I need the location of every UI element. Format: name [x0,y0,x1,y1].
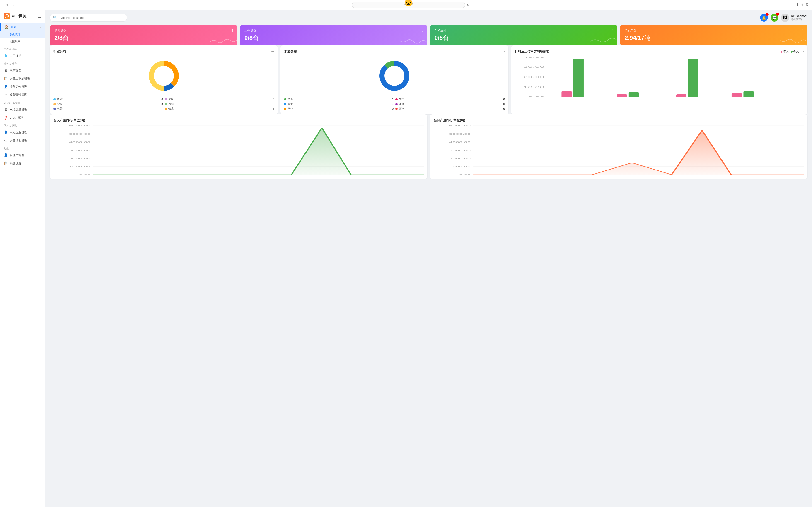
sidebar-item-admin[interactable]: 👤 管理员管理 › [0,151,45,159]
industry-chart-card: 行业分布 ··· [50,46,278,114]
legend-hospital: 医院 0 [53,97,163,101]
sidebar-item-device-online[interactable]: 📋 设备上下线管理 › [0,74,45,82]
app-container: ⊞ ‹ › 🐱 ↻ ⬆ + ⧉ PLC网关 ☰ � [0,0,812,507]
svg-text:40.00: 40.00 [523,57,545,58]
sidebar-sub-item-data-stats[interactable]: 数据统计 [0,31,45,38]
user-role: 超级管理员 [791,18,807,21]
site-label: 设备场地管理 [9,138,27,143]
chat-btn[interactable]: 💬 8 [770,14,778,21]
svg-rect-23 [688,59,699,97]
user-profile[interactable]: 🖼 nYuserRoot 超级管理员 [781,13,807,22]
top-action-bar: 🔍 🔔 1 💬 8 🖼 nYuserRoot [50,13,807,22]
sidebar-toggle-btn[interactable]: ⊞ [4,2,10,8]
device-online-arrow: › [41,77,42,80]
svg-text:1000.00: 1000.00 [449,165,471,168]
sidebar-item-site[interactable]: 🏷 设备场地管理 › [0,136,45,145]
device-locate-arrow: › [41,85,42,88]
browser-right: ⬆ + ⧉ [796,2,808,7]
sidebar-sub-item-map[interactable]: 地图展示 [0,38,45,45]
new-tab-btn[interactable]: + [801,2,804,7]
sidebar-menu-btn[interactable]: ☰ [38,14,42,19]
legend-office: 机关 1 [53,107,163,111]
stat-card-pack: 装机产能 2.94/17吨 ↑ [620,25,807,46]
bell-btn[interactable]: 🔔 1 [760,14,768,21]
site-arrow: › [41,139,42,142]
industry-more-btn[interactable]: ··· [271,49,274,54]
sidebar-item-crash[interactable]: ❓ Crash管理 › [0,114,45,122]
sys-label: 系统设置 [9,161,21,165]
sidebar-item-network-flow[interactable]: ⊞ 网络流量管理 › [0,106,45,114]
user-name: nYuserRoot [791,14,807,18]
party-arrow: › [41,131,42,134]
svg-rect-22 [676,94,687,98]
production-label: 生产订单 [9,54,21,58]
device-debug-icon: ⚠ [4,93,8,97]
legend-prison: 监狱 0 [165,102,274,106]
svg-rect-18 [562,91,572,97]
svg-point-0 [5,14,9,18]
network-flow-arrow: › [41,108,42,111]
user-avatar: 🖼 [781,13,789,22]
daily-chart-svg: 6000.00 5000.00 4000.00 3000.00 2000.00 … [53,125,424,175]
sidebar-item-party[interactable]: 👤 甲方企业管理 › [0,128,45,136]
bar-legend-yesterday: 昨天 [780,50,789,53]
svg-text:20.00: 20.00 [523,75,545,78]
network-flow-label: 网络流量管理 [9,108,27,112]
search-input[interactable] [59,16,124,19]
svg-rect-21 [629,92,639,98]
svg-text:4000.00: 4000.00 [449,141,471,143]
stat-card-work: 工作设备 0/8台 ↓ [240,25,427,46]
share-btn[interactable]: ⬆ [796,2,799,7]
sidebar-item-production[interactable]: 💧 生产订单 › [0,52,45,60]
bar-legend: 昨天 今天 [780,50,799,53]
network-flow-icon: ⊞ [4,108,8,112]
svg-rect-24 [731,93,742,97]
admin-arrow: › [41,154,42,157]
svg-text:5000.00: 5000.00 [69,133,91,135]
tabs-btn[interactable]: ⧉ [806,2,808,7]
region-more-btn[interactable]: ··· [501,49,505,54]
sidebar-item-home[interactable]: 🏠 首页 ∨ [0,23,45,31]
forward-btn[interactable]: › [16,2,21,8]
bar-more-btn[interactable]: ··· [801,49,804,54]
sidebar-item-device-debug[interactable]: ⚠ 设备调试管理 › [0,91,45,99]
bar-legend-today: 今天 [791,50,799,53]
region-chart-title: 地域分布 ··· [284,49,505,54]
svg-text:2000.00: 2000.00 [69,157,91,160]
sidebar-item-gateway[interactable]: ⊞ 网关管理 › [0,66,45,74]
region-donut [284,57,505,95]
svg-rect-25 [744,91,754,97]
svg-text:4000.00: 4000.00 [69,141,91,143]
sidebar-logo [4,13,10,19]
work-title: 工作设备 [245,29,423,33]
back-btn[interactable]: ‹ [11,2,16,8]
section-label-party: 甲方 & 场地 [0,122,45,128]
site-icon: 🏷 [4,139,8,143]
sidebar-title: PLC网关 [12,14,26,19]
plc-value: 0/8台 [435,34,613,42]
admin-label: 管理员管理 [9,153,24,157]
monthly-more-btn[interactable]: ··· [801,118,804,123]
daily-more-btn[interactable]: ··· [420,118,424,123]
production-arrow: › [41,54,42,57]
industry-chart-title: 行业分布 ··· [53,49,274,54]
svg-point-4 [155,67,173,85]
bell-badge: 1 [766,13,769,16]
industry-legend: 医院 0 部队 0 学校 3 [53,97,274,111]
sidebar-item-device-locate[interactable]: 👤 设备定位管理 › [0,82,45,91]
monthly-chart-area: 6000.00 5000.00 4000.00 3000.00 2000.00 … [434,125,804,175]
search-bar: 🔍 [50,14,127,21]
svg-marker-44 [93,128,424,175]
sidebar-header: PLC网关 ☰ [0,10,45,23]
mascot: 🐱 [404,0,414,7]
svg-text:3000.00: 3000.00 [449,149,471,152]
school-dot [53,103,56,105]
online-value: 2/8台 [54,34,233,42]
sidebar-item-home-label: 首页 [10,25,16,29]
browser-topbar: ⊞ ‹ › 🐱 ↻ ⬆ + ⧉ [0,0,812,10]
admin-icon: 👤 [4,153,8,157]
legend-central: 华中 0 [284,107,394,111]
reload-btn[interactable]: ↻ [467,3,470,7]
svg-rect-20 [617,94,627,98]
sidebar-item-sys[interactable]: 📋 系统设置 [0,159,45,168]
